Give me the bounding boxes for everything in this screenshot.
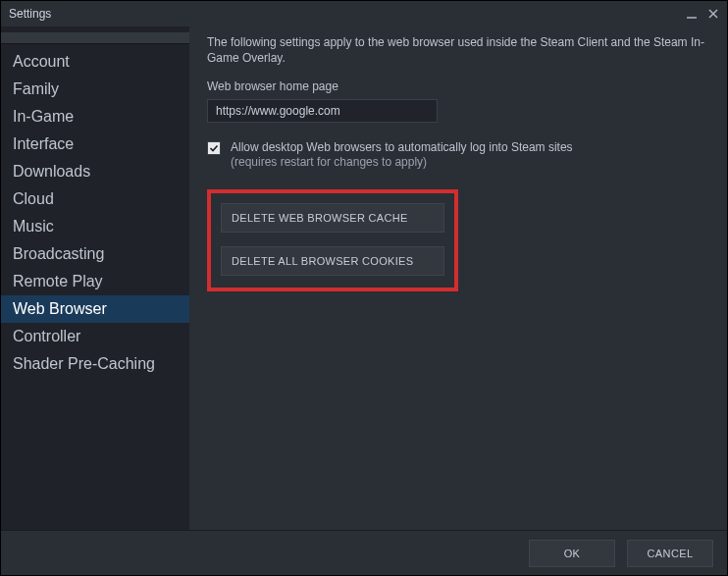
- sidebar-item-label: Account: [13, 53, 70, 70]
- cancel-button[interactable]: CANCEL: [627, 540, 713, 567]
- sidebar-item-label: Controller: [13, 328, 80, 344]
- sidebar-item-label: Remote Play: [13, 273, 103, 289]
- sidebar-scroll-top: [1, 32, 189, 44]
- close-icon[interactable]: [707, 8, 719, 20]
- sidebar-item-label: Shader Pre-Caching: [13, 355, 155, 372]
- delete-cookies-label: DELETE ALL BROWSER COOKIES: [232, 255, 413, 267]
- sidebar-item-music[interactable]: Music: [1, 213, 189, 240]
- auto-login-checkbox[interactable]: [207, 141, 221, 155]
- delete-buttons-highlight: DELETE WEB BROWSER CACHE DELETE ALL BROW…: [207, 189, 458, 291]
- window-controls: [686, 8, 719, 20]
- sidebar-item-interface[interactable]: Interface: [1, 131, 189, 158]
- sidebar-item-label: Broadcasting: [13, 245, 104, 262]
- delete-cache-button[interactable]: DELETE WEB BROWSER CACHE: [221, 203, 444, 233]
- sidebar-item-label: Interface: [13, 135, 74, 152]
- panel-description: The following settings apply to the web …: [207, 34, 713, 66]
- delete-cookies-button[interactable]: DELETE ALL BROWSER COOKIES: [221, 246, 444, 276]
- sidebar-item-label: Cloud: [13, 190, 54, 207]
- auto-login-subtext: (requires restart for changes to apply): [231, 155, 573, 170]
- minimize-icon[interactable]: [686, 8, 698, 20]
- sidebar-item-web-browser[interactable]: Web Browser: [1, 295, 189, 323]
- settings-window: Settings AccountFamilyIn-GameInterfaceDo…: [0, 0, 728, 576]
- sidebar-item-shader-pre-caching[interactable]: Shader Pre-Caching: [1, 350, 189, 378]
- sidebar-item-controller[interactable]: Controller: [1, 323, 189, 350]
- window-title: Settings: [9, 7, 686, 21]
- ok-button[interactable]: OK: [529, 540, 615, 567]
- check-icon: [209, 143, 219, 153]
- dialog-body: AccountFamilyIn-GameInterfaceDownloadsCl…: [1, 26, 727, 530]
- ok-label: OK: [564, 548, 581, 559]
- sidebar: AccountFamilyIn-GameInterfaceDownloadsCl…: [1, 26, 189, 530]
- sidebar-item-cloud[interactable]: Cloud: [1, 185, 189, 213]
- sidebar-item-remote-play[interactable]: Remote Play: [1, 268, 189, 295]
- sidebar-item-label: In-Game: [13, 108, 74, 125]
- sidebar-item-label: Family: [13, 80, 59, 97]
- main-panel: The following settings apply to the web …: [189, 26, 727, 530]
- homepage-label: Web browser home page: [207, 79, 713, 93]
- sidebar-item-broadcasting[interactable]: Broadcasting: [1, 240, 189, 268]
- sidebar-item-family[interactable]: Family: [1, 76, 189, 103]
- auto-login-text: Allow desktop Web browsers to automatica…: [231, 140, 573, 155]
- sidebar-list: AccountFamilyIn-GameInterfaceDownloadsCl…: [1, 48, 189, 378]
- delete-cache-label: DELETE WEB BROWSER CACHE: [232, 212, 408, 224]
- sidebar-item-label: Music: [13, 218, 54, 235]
- homepage-input[interactable]: [207, 99, 438, 123]
- auto-login-text-block: Allow desktop Web browsers to automatica…: [231, 140, 573, 170]
- sidebar-item-in-game[interactable]: In-Game: [1, 103, 189, 131]
- sidebar-item-downloads[interactable]: Downloads: [1, 158, 189, 185]
- sidebar-item-label: Web Browser: [13, 300, 107, 317]
- sidebar-item-label: Downloads: [13, 163, 90, 180]
- auto-login-row: Allow desktop Web browsers to automatica…: [207, 140, 713, 170]
- dialog-footer: OK CANCEL: [1, 530, 727, 575]
- sidebar-item-account[interactable]: Account: [1, 48, 189, 76]
- cancel-label: CANCEL: [647, 548, 693, 559]
- titlebar: Settings: [1, 1, 727, 26]
